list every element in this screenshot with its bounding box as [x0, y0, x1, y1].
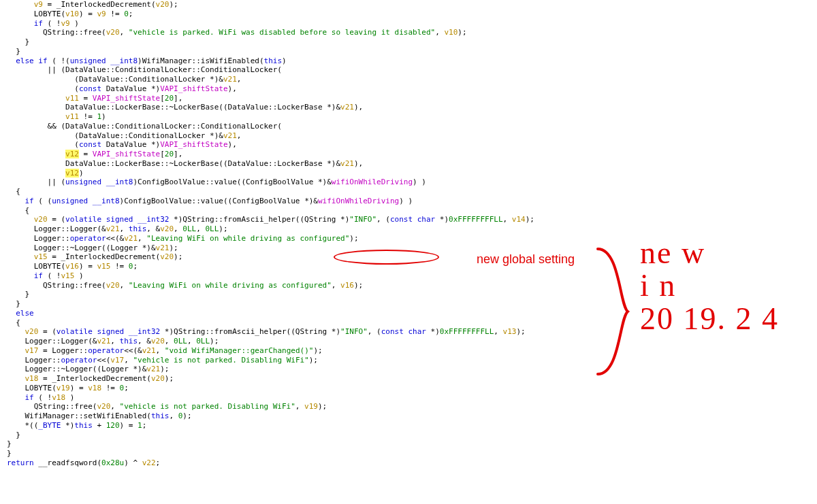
handwriting-line: i n [640, 269, 779, 302]
annotation-label: new global setting [477, 252, 575, 267]
annotation-circle [334, 250, 439, 265]
handwriting-line: 20 19. 2 4 [640, 303, 779, 335]
annotation-brace [592, 243, 633, 380]
annotation-handwriting: ne w i n 20 19. 2 4 [640, 237, 779, 335]
code-token: v9 [7, 0, 43, 9]
handwriting-line: ne w [640, 237, 779, 269]
